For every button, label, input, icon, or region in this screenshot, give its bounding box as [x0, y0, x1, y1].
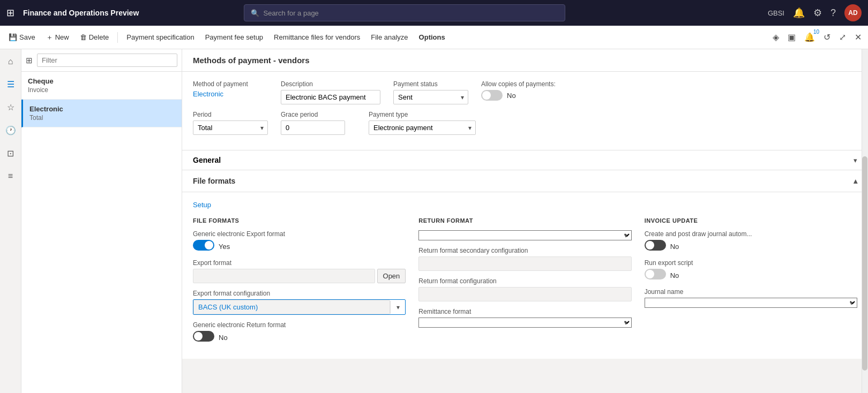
- journal-name-select[interactable]: [645, 298, 857, 308]
- generic-export-text: Yes: [219, 243, 230, 251]
- generic-return-slider: [193, 331, 214, 342]
- generic-return-toggle[interactable]: [193, 331, 214, 342]
- return-format-secondary-label: Return format secondary configuration: [418, 247, 631, 254]
- method-value[interactable]: Electronic: [193, 90, 268, 98]
- delete-button[interactable]: 🗑 Delete: [76, 31, 114, 43]
- payment-type-group: Payment type Electronic payment Check Ot…: [369, 111, 476, 135]
- workspace-icon[interactable]: ⊡: [4, 145, 17, 162]
- maximize-icon[interactable]: ⤢: [837, 30, 848, 44]
- app-title: Finance and Operations Preview: [23, 9, 139, 17]
- user-avatar[interactable]: AD: [844, 4, 862, 21]
- return-format-secondary-field: Return format secondary configuration: [418, 247, 631, 271]
- period-group: Period Total Invoice Date: [193, 111, 268, 135]
- allow-copies-text: No: [507, 92, 516, 100]
- badge-icon[interactable]: 🔔 10: [802, 30, 817, 44]
- export-format-config-field: Export format configuration ▾: [193, 290, 406, 315]
- run-export-toggle[interactable]: [645, 269, 666, 279]
- period-select[interactable]: Total Invoice Date: [193, 120, 268, 135]
- modules-icon[interactable]: ≡: [5, 168, 16, 184]
- scrollbar-thumb[interactable]: [862, 156, 867, 371]
- generic-export-field: Generic electronic Export format Yes: [193, 230, 406, 253]
- open-button[interactable]: Open: [377, 269, 406, 283]
- create-post-text: No: [670, 243, 679, 251]
- allow-copies-toggle-row: No: [481, 90, 556, 101]
- page-title: Methods of payment - vendors: [193, 56, 857, 65]
- payment-spec-button[interactable]: Payment specification: [122, 31, 198, 43]
- scrollbar-area: [862, 49, 868, 393]
- generic-return-text: No: [219, 334, 228, 342]
- list-item-active[interactable]: Electronic Total: [21, 100, 182, 127]
- options-button[interactable]: Options: [415, 31, 450, 43]
- return-format-config-input[interactable]: [418, 287, 631, 301]
- favorites-icon[interactable]: ☆: [4, 99, 18, 116]
- refresh-icon[interactable]: ↺: [821, 30, 833, 44]
- file-formats-header[interactable]: File formats ▴: [182, 170, 868, 192]
- run-export-toggle-row: No: [645, 269, 857, 282]
- form-section-top: Method of payment Electronic Description…: [182, 72, 868, 150]
- filter-input[interactable]: [37, 54, 177, 67]
- save-button[interactable]: 💾 Save: [4, 31, 40, 43]
- grid-icon[interactable]: ⊞: [6, 7, 14, 19]
- export-format-field: Export format Open: [193, 259, 406, 283]
- return-format-select[interactable]: [418, 230, 631, 240]
- create-post-field: Create and post draw journal autom... No: [645, 230, 857, 253]
- remittance-button[interactable]: Remittance files for vendors: [270, 31, 364, 43]
- file-formats-collapse-icon: ▴: [854, 177, 857, 185]
- allow-copies-group: Allow copies of payments: No: [481, 80, 556, 101]
- close-icon[interactable]: ✕: [852, 30, 864, 44]
- export-format-config-label: Export format configuration: [193, 290, 406, 297]
- payment-status-select[interactable]: Sent None Received: [393, 90, 468, 104]
- generic-return-toggle-row: No: [193, 331, 406, 344]
- payment-fee-button[interactable]: Payment fee setup: [201, 31, 267, 43]
- generic-return-label: Generic electronic Return format: [193, 321, 406, 329]
- recent-icon[interactable]: 🕐: [2, 122, 19, 139]
- export-format-config-input[interactable]: [193, 300, 390, 314]
- diamond-icon[interactable]: ◈: [770, 30, 781, 44]
- top-nav: ⊞ Finance and Operations Preview 🔍 GBSI …: [0, 0, 868, 26]
- allow-copies-toggle[interactable]: [481, 90, 503, 101]
- payment-type-select[interactable]: Electronic payment Check Other: [369, 120, 476, 135]
- remittance-format-select[interactable]: [418, 318, 631, 328]
- method-of-payment-group: Method of payment Electronic: [193, 80, 268, 98]
- search-icon: 🔍: [251, 9, 259, 17]
- side-icons: ⌂ ☰ ☆ 🕐 ⊡ ≡: [0, 49, 21, 393]
- export-format-config-dropdown-btn[interactable]: ▾: [390, 301, 405, 314]
- ff-col1-title: FILE FORMATS: [193, 217, 406, 224]
- payment-type-label: Payment type: [369, 111, 476, 118]
- notification-icon[interactable]: 🔔: [793, 7, 805, 19]
- file-formats-label: File formats: [193, 177, 235, 185]
- setup-link[interactable]: Setup: [193, 201, 211, 209]
- journal-name-field: Journal name: [645, 288, 857, 308]
- home-icon[interactable]: ⌂: [5, 54, 17, 70]
- new-button[interactable]: ＋ New: [42, 31, 73, 44]
- general-section-header[interactable]: General ▾: [182, 150, 868, 170]
- grace-period-input[interactable]: [281, 120, 345, 135]
- export-format-input[interactable]: [193, 269, 375, 283]
- export-format-row: Open: [193, 269, 406, 283]
- left-panel: ⊞ Cheque Invoice Electronic Total: [21, 49, 182, 393]
- file-analyze-button[interactable]: File analyze: [366, 31, 412, 43]
- create-post-toggle[interactable]: [645, 240, 666, 251]
- search-input[interactable]: [264, 9, 558, 17]
- export-format-label: Export format: [193, 259, 406, 267]
- sidebar-icon[interactable]: ▣: [785, 30, 798, 44]
- description-input[interactable]: [281, 90, 380, 104]
- description-group: Description: [281, 80, 380, 104]
- menu-icon[interactable]: ☰: [4, 76, 18, 93]
- return-format-secondary-input[interactable]: [418, 256, 631, 271]
- main-content: Methods of payment - vendors Method of p…: [182, 49, 868, 393]
- filter-icon[interactable]: ⊞: [26, 56, 33, 65]
- generic-export-label: Generic electronic Export format: [193, 230, 406, 238]
- ff-columns: FILE FORMATS Generic electronic Export f…: [193, 217, 857, 350]
- return-format-field: [418, 230, 631, 240]
- delete-icon: 🗑: [80, 33, 87, 41]
- separator-1: [117, 32, 118, 43]
- generic-export-toggle[interactable]: [193, 240, 214, 251]
- return-format-config-label: Return format configuration: [418, 277, 631, 285]
- settings-icon[interactable]: ⚙: [813, 7, 822, 19]
- generic-return-field: Generic electronic Return format No: [193, 321, 406, 344]
- generic-export-toggle-row: Yes: [193, 240, 406, 253]
- help-icon[interactable]: ?: [830, 7, 836, 19]
- list-item[interactable]: Cheque Invoice: [21, 72, 182, 100]
- form-row-2: Period Total Invoice Date Grace period P…: [193, 111, 857, 135]
